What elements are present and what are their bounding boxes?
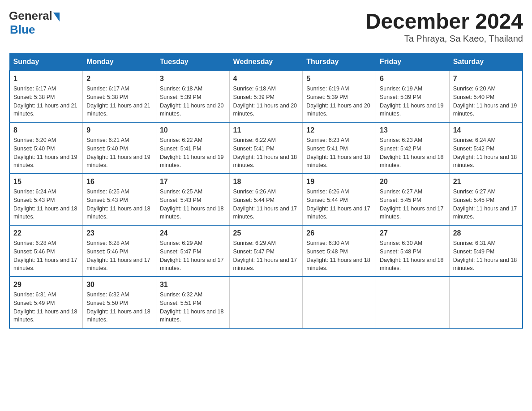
day-number: 16 — [86, 178, 152, 186]
calendar-week-row: 22Sunrise: 6:28 AMSunset: 5:46 PMDayligh… — [9, 225, 523, 277]
calendar-day-cell: 28Sunrise: 6:31 AMSunset: 5:49 PMDayligh… — [449, 225, 523, 277]
calendar-day-cell: 12Sunrise: 6:23 AMSunset: 5:41 PMDayligh… — [303, 122, 376, 174]
calendar-week-row: 15Sunrise: 6:24 AMSunset: 5:43 PMDayligh… — [9, 174, 523, 225]
day-info: Sunrise: 6:28 AMSunset: 5:46 PMDaylight:… — [13, 239, 79, 273]
logo-blue-text: Blue — [10, 23, 35, 37]
day-info: Sunrise: 6:32 AMSunset: 5:51 PMDaylight:… — [160, 291, 226, 324]
day-info: Sunrise: 6:23 AMSunset: 5:42 PMDaylight:… — [380, 136, 446, 170]
day-info: Sunrise: 6:25 AMSunset: 5:43 PMDaylight:… — [160, 188, 226, 221]
day-info: Sunrise: 6:21 AMSunset: 5:40 PMDaylight:… — [86, 136, 152, 170]
calendar-day-cell: 25Sunrise: 6:29 AMSunset: 5:47 PMDayligh… — [229, 225, 303, 277]
day-number: 24 — [160, 229, 226, 237]
calendar-day-cell — [303, 277, 376, 328]
day-number: 13 — [380, 126, 446, 134]
day-number: 14 — [453, 126, 519, 134]
day-info: Sunrise: 6:27 AMSunset: 5:45 PMDaylight:… — [380, 188, 446, 221]
day-info: Sunrise: 6:30 AMSunset: 5:48 PMDaylight:… — [306, 239, 372, 273]
day-info: Sunrise: 6:18 AMSunset: 5:39 PMDaylight:… — [233, 85, 299, 118]
calendar-day-cell: 3Sunrise: 6:18 AMSunset: 5:39 PMDaylight… — [156, 71, 229, 122]
calendar-day-cell: 7Sunrise: 6:20 AMSunset: 5:40 PMDaylight… — [449, 71, 523, 122]
calendar-day-cell: 5Sunrise: 6:19 AMSunset: 5:39 PMDaylight… — [303, 71, 376, 122]
day-number: 21 — [453, 178, 519, 186]
day-number: 17 — [160, 178, 226, 186]
calendar-week-row: 1Sunrise: 6:17 AMSunset: 5:38 PMDaylight… — [9, 71, 523, 122]
day-number: 31 — [160, 281, 226, 289]
calendar-day-cell: 19Sunrise: 6:26 AMSunset: 5:44 PMDayligh… — [303, 174, 376, 225]
day-info: Sunrise: 6:18 AMSunset: 5:39 PMDaylight:… — [160, 85, 226, 118]
calendar-day-cell: 8Sunrise: 6:20 AMSunset: 5:40 PMDaylight… — [9, 122, 83, 174]
day-info: Sunrise: 6:29 AMSunset: 5:47 PMDaylight:… — [160, 239, 226, 273]
calendar-day-cell: 23Sunrise: 6:28 AMSunset: 5:46 PMDayligh… — [83, 225, 156, 277]
day-info: Sunrise: 6:20 AMSunset: 5:40 PMDaylight:… — [13, 136, 79, 170]
day-info: Sunrise: 6:30 AMSunset: 5:48 PMDaylight:… — [380, 239, 446, 273]
day-number: 25 — [233, 229, 299, 237]
calendar-day-cell — [229, 277, 303, 328]
month-year-title: December 2024 — [365, 9, 523, 34]
day-number: 7 — [453, 75, 519, 83]
calendar-day-cell: 29Sunrise: 6:31 AMSunset: 5:49 PMDayligh… — [9, 277, 83, 328]
day-info: Sunrise: 6:31 AMSunset: 5:49 PMDaylight:… — [453, 239, 519, 273]
calendar-day-cell: 11Sunrise: 6:22 AMSunset: 5:41 PMDayligh… — [229, 122, 303, 174]
weekday-header-thursday: Thursday — [303, 53, 376, 71]
calendar-day-cell: 17Sunrise: 6:25 AMSunset: 5:43 PMDayligh… — [156, 174, 229, 225]
calendar-day-cell: 22Sunrise: 6:28 AMSunset: 5:46 PMDayligh… — [9, 225, 83, 277]
day-number: 28 — [453, 229, 519, 237]
day-info: Sunrise: 6:28 AMSunset: 5:46 PMDaylight:… — [86, 239, 152, 273]
day-info: Sunrise: 6:25 AMSunset: 5:43 PMDaylight:… — [86, 188, 152, 221]
weekday-header-sunday: Sunday — [9, 53, 83, 71]
day-info: Sunrise: 6:22 AMSunset: 5:41 PMDaylight:… — [160, 136, 226, 170]
day-info: Sunrise: 6:32 AMSunset: 5:50 PMDaylight:… — [86, 291, 152, 324]
calendar-day-cell: 4Sunrise: 6:18 AMSunset: 5:39 PMDaylight… — [229, 71, 303, 122]
weekday-header-tuesday: Tuesday — [156, 53, 229, 71]
weekday-header-wednesday: Wednesday — [229, 53, 303, 71]
weekday-header-monday: Monday — [83, 53, 156, 71]
day-number: 9 — [86, 126, 152, 134]
calendar-day-cell: 1Sunrise: 6:17 AMSunset: 5:38 PMDaylight… — [9, 71, 83, 122]
day-info: Sunrise: 6:19 AMSunset: 5:39 PMDaylight:… — [306, 85, 372, 118]
calendar-day-cell: 16Sunrise: 6:25 AMSunset: 5:43 PMDayligh… — [83, 174, 156, 225]
calendar-day-cell — [376, 277, 450, 328]
calendar-day-cell: 14Sunrise: 6:24 AMSunset: 5:42 PMDayligh… — [449, 122, 523, 174]
day-number: 20 — [380, 178, 446, 186]
day-number: 23 — [86, 229, 152, 237]
day-number: 11 — [233, 126, 299, 134]
day-number: 22 — [13, 229, 79, 237]
weekday-header-row: SundayMondayTuesdayWednesdayThursdayFrid… — [9, 53, 523, 71]
calendar-day-cell: 15Sunrise: 6:24 AMSunset: 5:43 PMDayligh… — [9, 174, 83, 225]
title-section: December 2024 Ta Phraya, Sa Kaeo, Thaila… — [365, 9, 523, 44]
day-info: Sunrise: 6:29 AMSunset: 5:47 PMDaylight:… — [233, 239, 299, 273]
day-info: Sunrise: 6:31 AMSunset: 5:49 PMDaylight:… — [13, 291, 79, 324]
calendar-week-row: 8Sunrise: 6:20 AMSunset: 5:40 PMDaylight… — [9, 122, 523, 174]
calendar-day-cell: 6Sunrise: 6:19 AMSunset: 5:39 PMDaylight… — [376, 71, 450, 122]
day-info: Sunrise: 6:24 AMSunset: 5:42 PMDaylight:… — [453, 136, 519, 170]
day-number: 15 — [13, 178, 79, 186]
day-info: Sunrise: 6:24 AMSunset: 5:43 PMDaylight:… — [13, 188, 79, 221]
location-subtitle: Ta Phraya, Sa Kaeo, Thailand — [365, 34, 523, 44]
day-info: Sunrise: 6:17 AMSunset: 5:38 PMDaylight:… — [13, 85, 79, 118]
day-number: 26 — [306, 229, 372, 237]
calendar-day-cell: 26Sunrise: 6:30 AMSunset: 5:48 PMDayligh… — [303, 225, 376, 277]
day-number: 18 — [233, 178, 299, 186]
day-info: Sunrise: 6:20 AMSunset: 5:40 PMDaylight:… — [453, 85, 519, 118]
calendar-day-cell — [449, 277, 523, 328]
calendar-day-cell: 21Sunrise: 6:27 AMSunset: 5:45 PMDayligh… — [449, 174, 523, 225]
calendar-day-cell: 9Sunrise: 6:21 AMSunset: 5:40 PMDaylight… — [83, 122, 156, 174]
day-info: Sunrise: 6:22 AMSunset: 5:41 PMDaylight:… — [233, 136, 299, 170]
day-info: Sunrise: 6:23 AMSunset: 5:41 PMDaylight:… — [306, 136, 372, 170]
weekday-header-friday: Friday — [376, 53, 450, 71]
day-info: Sunrise: 6:27 AMSunset: 5:45 PMDaylight:… — [453, 188, 519, 221]
calendar-day-cell: 27Sunrise: 6:30 AMSunset: 5:48 PMDayligh… — [376, 225, 450, 277]
calendar-day-cell: 31Sunrise: 6:32 AMSunset: 5:51 PMDayligh… — [156, 277, 229, 328]
calendar-day-cell: 20Sunrise: 6:27 AMSunset: 5:45 PMDayligh… — [376, 174, 450, 225]
day-number: 10 — [160, 126, 226, 134]
day-info: Sunrise: 6:19 AMSunset: 5:39 PMDaylight:… — [380, 85, 446, 118]
day-number: 1 — [13, 75, 79, 83]
day-info: Sunrise: 6:17 AMSunset: 5:38 PMDaylight:… — [86, 85, 152, 118]
calendar-table: SundayMondayTuesdayWednesdayThursdayFrid… — [9, 53, 523, 329]
calendar-day-cell: 2Sunrise: 6:17 AMSunset: 5:38 PMDaylight… — [83, 71, 156, 122]
logo-arrow-icon — [53, 13, 60, 21]
day-number: 19 — [306, 178, 372, 186]
day-number: 8 — [13, 126, 79, 134]
calendar-day-cell: 13Sunrise: 6:23 AMSunset: 5:42 PMDayligh… — [376, 122, 450, 174]
calendar-day-cell: 24Sunrise: 6:29 AMSunset: 5:47 PMDayligh… — [156, 225, 229, 277]
